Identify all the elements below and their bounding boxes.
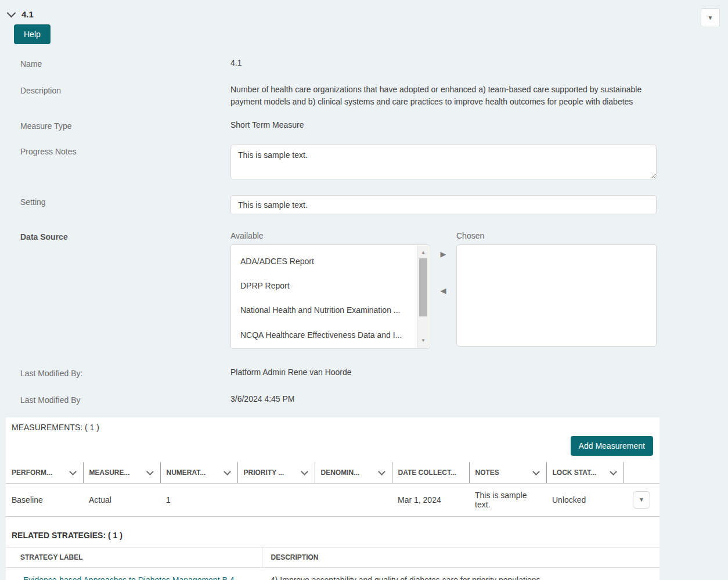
column-header-priority[interactable]: PRIORITY ... (237, 462, 315, 483)
sort-chevron-icon (532, 468, 540, 475)
sort-chevron-icon (69, 468, 77, 475)
chosen-list[interactable] (456, 244, 657, 347)
cell-numerator: 1 (160, 483, 237, 516)
measurements-panel: MEASUREMENTS: ( 1 ) Add Measurement PERF… (6, 417, 659, 580)
strategy-link[interactable]: Evidence-based Approaches to Diabetes Ma… (23, 575, 234, 580)
caret-down-icon: ▼ (639, 497, 644, 503)
cell-priority (237, 483, 315, 516)
column-header-date-collected[interactable]: DATE COLLECT... (392, 462, 469, 483)
column-header-strategy-label: STRATEGY LABEL (6, 547, 262, 567)
last-modified-date-label: Last Modified By (0, 393, 230, 405)
setting-input[interactable] (230, 195, 657, 214)
form-row-measure-type: Measure Type Short Term Measure (0, 119, 728, 131)
column-header-actions (624, 462, 659, 483)
setting-label: Setting (0, 195, 230, 207)
cell-denominator (315, 483, 392, 516)
description-label: Description (0, 84, 230, 95)
cell-date-collected: Mar 1, 2024 (392, 483, 469, 516)
progress-notes-input[interactable]: This is sample text. (230, 145, 657, 179)
name-value: 4.1 (230, 57, 657, 69)
column-header-notes[interactable]: NOTES (469, 462, 546, 483)
cell-performance: Baseline (6, 483, 83, 516)
list-item[interactable]: DPRP Report (231, 273, 415, 298)
measure-type-label: Measure Type (0, 119, 230, 131)
scrollbar[interactable]: ▲ ▼ (417, 246, 429, 348)
sort-chevron-icon (378, 468, 385, 475)
header-menu-button[interactable]: ▼ (701, 8, 720, 27)
related-strategies-section-title: RELATED STRATEGIES: ( 1 ) (6, 517, 659, 547)
name-label: Name (0, 57, 230, 69)
measurement-row: Baseline Actual 1 Mar 1, 2024 This is sa… (6, 483, 659, 516)
sort-chevron-icon (224, 468, 231, 475)
sort-chevron-icon (301, 468, 308, 475)
list-item[interactable]: National Health and Nutrition Examinatio… (231, 298, 415, 322)
strategy-row: Evidence-based Approaches to Diabetes Ma… (6, 567, 659, 580)
chosen-label: Chosen (456, 230, 657, 242)
last-modified-by-value: Platform Admin Rene van Hoorde (230, 366, 657, 378)
page-title: 4.1 (21, 9, 34, 19)
list-item[interactable]: NCQA Healthcare Effectiveness Data and I… (231, 323, 415, 347)
cell-notes: This is sample text. (469, 483, 546, 516)
column-header-numerator[interactable]: NUMERAT... (160, 462, 237, 483)
column-header-denominator[interactable]: DENOMIN... (315, 462, 392, 483)
right-arrow-icon: ▶ (441, 250, 446, 258)
scrollbar-thumb[interactable] (419, 258, 427, 316)
last-modified-date-value: 3/6/2024 4:45 PM (230, 393, 657, 405)
move-right-button[interactable]: ▶ (438, 247, 449, 261)
form-row-last-modified-by: Last Modified By: Platform Admin Rene va… (0, 366, 728, 378)
measure-type-value: Short Term Measure (230, 119, 657, 131)
move-left-button[interactable]: ◀ (438, 284, 449, 297)
column-header-measure[interactable]: MEASURE... (83, 462, 160, 483)
form-row-progress-notes: Progress Notes This is sample text. (0, 145, 728, 182)
form-row-setting: Setting (0, 195, 728, 214)
column-header-performance[interactable]: PERFORM... (6, 462, 83, 483)
data-source-label: Data Source (0, 230, 230, 242)
available-label: Available (230, 230, 430, 242)
measure-detail-form: Name 4.1 Description Number of health ca… (0, 57, 728, 405)
cell-strategy-description: 4) Improve acceptability and quality of … (262, 567, 659, 580)
cell-measure: Actual (83, 483, 160, 516)
last-modified-by-label: Last Modified By: (0, 366, 230, 378)
column-header-lock-status[interactable]: LOCK STAT... (546, 462, 624, 483)
measurements-section-title: MEASUREMENTS: ( 1 ) (6, 417, 659, 432)
column-header-description: DESCRIPTION (262, 547, 659, 567)
add-measurement-button[interactable]: Add Measurement (571, 436, 653, 456)
cell-lock-status: Unlocked (546, 483, 624, 516)
description-value: Number of health care organizations that… (230, 84, 657, 107)
progress-notes-label: Progress Notes (0, 145, 230, 156)
page-header: 4.1 ▼ (0, 0, 728, 19)
collapse-chevron-icon[interactable] (7, 8, 16, 17)
form-row-data-source: Data Source Available ADA/ADCES Report D… (0, 230, 728, 348)
caret-down-icon: ▼ (708, 15, 713, 21)
left-arrow-icon: ◀ (441, 286, 446, 295)
scroll-down-icon[interactable]: ▼ (417, 337, 429, 344)
sort-chevron-icon (610, 468, 617, 475)
available-list[interactable]: ADA/ADCES Report DPRP Report National He… (230, 244, 430, 349)
row-menu-button[interactable]: ▼ (633, 491, 650, 509)
sort-chevron-icon (146, 468, 154, 475)
help-button[interactable]: Help (14, 24, 51, 44)
measurements-table: PERFORM... MEASURE... NUMERAT... PRIORIT… (6, 462, 659, 517)
form-row-name: Name 4.1 (0, 57, 728, 69)
form-row-description: Description Number of health care organi… (0, 84, 728, 107)
scroll-up-icon[interactable]: ▲ (417, 249, 429, 256)
related-strategies-table: STRATEGY LABEL DESCRIPTION Evidence-base… (6, 547, 659, 580)
form-row-last-modified-date: Last Modified By 3/6/2024 4:45 PM (0, 393, 728, 405)
list-item[interactable]: ADA/ADCES Report (231, 249, 415, 273)
